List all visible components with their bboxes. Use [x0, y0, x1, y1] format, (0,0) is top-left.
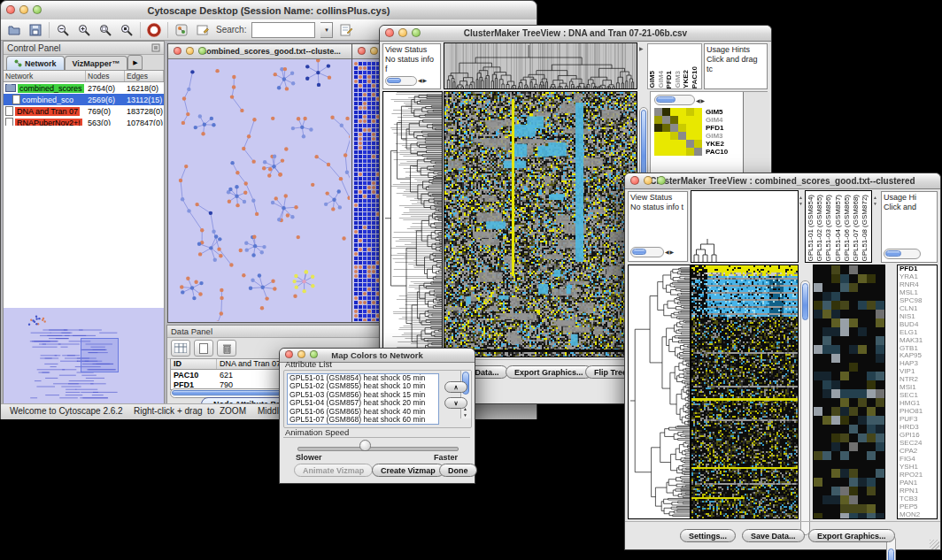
- open-file-icon[interactable]: [6, 22, 22, 38]
- label-scroll-arrows[interactable]: ▲▼: [873, 195, 878, 207]
- settings-button[interactable]: Settings...: [680, 529, 736, 542]
- zoom-button[interactable]: [412, 28, 421, 37]
- create-vizmap-button[interactable]: Create Vizmap: [372, 464, 444, 477]
- minimize-button[interactable]: [398, 28, 407, 37]
- scroll-down-icon[interactable]: ▼: [463, 412, 467, 418]
- close-button[interactable]: [385, 28, 394, 37]
- heatmap-vscrollbar[interactable]: [800, 280, 810, 535]
- tab-network[interactable]: Network: [6, 56, 65, 70]
- network-overview-canvas[interactable]: [4, 309, 163, 403]
- scroll-arrows-icon[interactable]: ◀▶: [418, 76, 428, 86]
- zoom-matrix[interactable]: [654, 108, 702, 156]
- done-button[interactable]: Done: [439, 464, 477, 477]
- attribute-list[interactable]: GPL51-01 (GSM854) heat shock 05 minGPL51…: [287, 373, 439, 425]
- treeview-combined-titlebar[interactable]: ClusterMaker TreeView : combined_scores_…: [625, 173, 940, 189]
- zoom-matrix-cell[interactable]: [670, 108, 678, 116]
- mini-hscrollbar[interactable]: [385, 76, 417, 86]
- zoom-fit-icon[interactable]: [119, 22, 135, 38]
- zoom-matrix-cell[interactable]: [662, 148, 670, 156]
- gene-label[interactable]: MON2: [900, 511, 937, 519]
- save-data-button[interactable]: Save Data...: [742, 529, 805, 542]
- minimize-button[interactable]: [19, 5, 28, 14]
- tab-overflow-button[interactable]: ▶: [127, 55, 143, 70]
- zoom-matrix-cell[interactable]: [694, 140, 702, 148]
- animate-vizmap-button[interactable]: Animate Vizmap: [294, 464, 373, 477]
- zoom-matrix-cell[interactable]: [694, 108, 702, 116]
- zoom-matrix-cell[interactable]: [654, 116, 662, 124]
- float-panel-icon[interactable]: [151, 43, 160, 52]
- resize-grip[interactable]: [930, 540, 939, 549]
- zoom-matrix-cell[interactable]: [694, 148, 702, 156]
- attribute-list-vscrollbar[interactable]: ▲ ▼: [460, 371, 471, 418]
- column-dendrogram-pane[interactable]: [691, 190, 799, 263]
- zoom-button[interactable]: [310, 350, 318, 358]
- row-dendrogram-canvas[interactable]: [383, 92, 442, 357]
- zoom-matrix-cell[interactable]: [670, 140, 678, 148]
- zoom-matrix-cell[interactable]: [694, 116, 702, 124]
- zoom-matrix-cell[interactable]: [686, 116, 694, 124]
- close-button[interactable]: [630, 176, 639, 185]
- zoom-matrix-cell[interactable]: [686, 140, 694, 148]
- vizmapper-shortcut-icon[interactable]: [174, 22, 189, 38]
- zoom-button[interactable]: [33, 5, 42, 14]
- zoom-matrix-cell[interactable]: [662, 116, 670, 124]
- zoom-matrix-cell[interactable]: [654, 140, 662, 148]
- zoom-matrix-cell[interactable]: [670, 124, 678, 132]
- export-graphics-button[interactable]: Export Graphics...: [808, 529, 895, 542]
- move-up-button[interactable]: ∧: [444, 381, 467, 393]
- attribute-editor-icon[interactable]: [338, 22, 354, 38]
- label-scroll-arrows[interactable]: ▲▼: [799, 195, 804, 207]
- search-input[interactable]: [251, 22, 315, 38]
- zoom-matrix-cell[interactable]: [686, 124, 694, 132]
- close-button[interactable]: [358, 47, 366, 55]
- heatmap-canvas[interactable]: [691, 265, 798, 518]
- tab-vizmapper[interactable]: VizMapper™: [65, 56, 128, 70]
- zoom-matrix-cell[interactable]: [662, 132, 670, 140]
- network-tree-row[interactable]: combined_sco2569(6)13112(15): [4, 94, 164, 105]
- scrollbar-thumb[interactable]: [802, 283, 808, 320]
- new-attribute-icon[interactable]: [194, 340, 213, 357]
- gene-name-list[interactable]: PFD1YRA1RNR4MSL1SPC98CLN1NIS1BUD4ELG1MAK…: [897, 265, 938, 519]
- speed-slider-thumb[interactable]: [359, 440, 371, 451]
- network-tree-row[interactable]: DNA and Tran 07769(0)183728(0): [4, 105, 164, 117]
- zoom-matrix-cell[interactable]: [694, 124, 702, 132]
- close-button[interactable]: [174, 47, 181, 55]
- zoom-matrix-cell[interactable]: [686, 108, 694, 116]
- speed-slider-track[interactable]: [297, 447, 459, 451]
- minimize-button[interactable]: [297, 350, 305, 358]
- mini-hscrollbar[interactable]: [630, 247, 664, 257]
- zoom-matrix-cell[interactable]: [670, 148, 678, 156]
- network-view-titlebar[interactable]: combined_scores_good.txt--cluste...: [168, 44, 351, 59]
- zoom-matrix-cell[interactable]: [678, 148, 686, 156]
- scroll-arrows-icon[interactable]: ◀▶: [696, 97, 706, 104]
- treeview-dna-titlebar[interactable]: ClusterMaker TreeView : DNA and Tran 07-…: [380, 26, 771, 42]
- network-canvas[interactable]: [168, 59, 350, 321]
- zoom-matrix-cell[interactable]: [670, 116, 678, 124]
- scroll-arrows-icon[interactable]: ◀▶: [665, 248, 675, 257]
- zoom-matrix-cell[interactable]: [662, 140, 670, 148]
- zoom-matrix-cell[interactable]: [686, 132, 694, 140]
- save-icon[interactable]: [27, 22, 43, 38]
- main-window-titlebar[interactable]: Cytoscape Desktop (Session Name: collins…: [1, 1, 537, 20]
- move-down-button[interactable]: ∨: [444, 397, 467, 409]
- zoom-button[interactable]: [657, 176, 666, 185]
- row-dendrogram-canvas[interactable]: [629, 265, 690, 518]
- annotation-icon[interactable]: [195, 22, 211, 38]
- heatmap-canvas[interactable]: [444, 92, 637, 357]
- minimize-button[interactable]: [186, 47, 194, 55]
- zoom-heatmap-canvas[interactable]: [814, 265, 884, 518]
- zoom-matrix-cell[interactable]: [678, 132, 686, 140]
- zoom-matrix-cell[interactable]: [654, 148, 662, 156]
- zoom-matrix-cell[interactable]: [654, 132, 662, 140]
- network-tree-row[interactable]: combined_scores2764(0)16218(0): [4, 82, 164, 94]
- heatmap-pane[interactable]: [691, 265, 799, 519]
- zoom-matrix-cell[interactable]: [694, 132, 702, 140]
- zoom-hscrollbar[interactable]: [654, 95, 695, 105]
- zoom-selected-icon[interactable]: [97, 22, 113, 38]
- zoom-matrix-cell[interactable]: [678, 108, 686, 116]
- zoom-in-icon[interactable]: [76, 22, 92, 38]
- zoom-matrix-cell[interactable]: [662, 124, 670, 132]
- close-button[interactable]: [6, 5, 15, 14]
- zoom-matrix-cell[interactable]: [662, 108, 670, 116]
- zoom-matrix-cell[interactable]: [678, 124, 686, 132]
